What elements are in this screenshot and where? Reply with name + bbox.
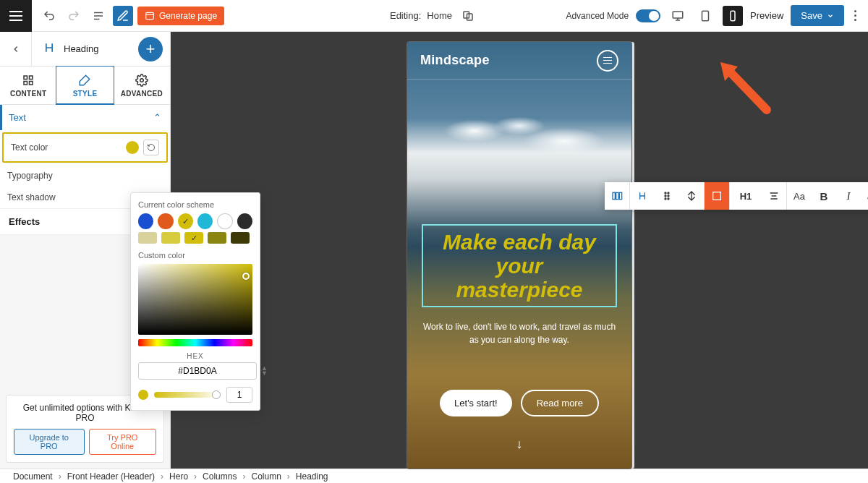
- scheme-swatch[interactable]: ✓: [178, 213, 193, 229]
- upgrade-pro-button[interactable]: Upgrade to PRO: [14, 429, 85, 455]
- text-color-label: Text color: [11, 142, 48, 153]
- page-switcher-icon[interactable]: [458, 6, 478, 26]
- reset-color-button[interactable]: [143, 140, 159, 155]
- svg-rect-20: [713, 192, 721, 200]
- tab-advanced[interactable]: ADVANCED: [114, 67, 170, 104]
- crumb[interactable]: Column: [251, 471, 281, 482]
- crumb[interactable]: Columns: [203, 471, 237, 482]
- crumb[interactable]: Front Header (Header): [67, 471, 155, 482]
- text-color-swatch[interactable]: [126, 141, 139, 154]
- undo-button[interactable]: [39, 6, 59, 26]
- tint-swatch[interactable]: [208, 232, 226, 244]
- svg-point-10: [140, 79, 144, 82]
- opacity-thumb[interactable]: [212, 390, 221, 399]
- preview-button[interactable]: Preview: [750, 10, 783, 21]
- custom-color-label: Custom color: [138, 251, 252, 260]
- text-size-button[interactable]: Aa: [787, 182, 812, 210]
- select-container-button[interactable]: [705, 182, 729, 210]
- redo-button[interactable]: [64, 6, 84, 26]
- tint-swatch[interactable]: [231, 232, 250, 244]
- svg-rect-12: [616, 192, 618, 199]
- site-brand[interactable]: Mindscape: [420, 53, 490, 68]
- heading-block-icon[interactable]: [630, 182, 655, 210]
- add-block-button[interactable]: +: [138, 37, 163, 61]
- opacity-swatch: [138, 390, 148, 400]
- generate-page-label: Generate page: [159, 11, 217, 21]
- heading-block-icon: [42, 40, 56, 57]
- svg-rect-0: [146, 12, 154, 19]
- scheme-swatch[interactable]: [158, 213, 173, 229]
- move-arrows-icon[interactable]: [679, 182, 704, 210]
- svg-rect-4: [702, 11, 709, 21]
- advanced-mode-label: Advanced Mode: [566, 11, 629, 21]
- mobile-view-button[interactable]: [723, 6, 743, 26]
- saturation-picker[interactable]: [138, 264, 252, 335]
- section-text-header[interactable]: Text ⌃: [0, 105, 170, 130]
- crumb[interactable]: Hero: [169, 471, 188, 482]
- edit-mode-button[interactable]: [113, 6, 133, 26]
- cta-secondary-button[interactable]: Read more: [521, 390, 599, 416]
- block-floating-toolbar: H1 Aa B I: [605, 182, 868, 210]
- link-button[interactable]: [861, 182, 868, 210]
- advanced-mode-toggle[interactable]: [636, 9, 660, 22]
- tint-swatch[interactable]: [138, 232, 157, 244]
- opacity-slider[interactable]: [154, 392, 221, 398]
- svg-point-16: [665, 195, 666, 197]
- svg-rect-3: [673, 12, 683, 18]
- opacity-input[interactable]: [226, 387, 252, 403]
- svg-rect-5: [731, 11, 735, 21]
- hero-subheading[interactable]: Work to live, don't live to work, and tr…: [422, 320, 617, 346]
- scheme-swatch[interactable]: [197, 213, 213, 229]
- block-name: Heading: [64, 43, 98, 54]
- editing-prefix: Editing:: [390, 10, 421, 21]
- breadcrumb: Document› Front Header (Header)› Hero› C…: [0, 469, 868, 483]
- svg-rect-8: [24, 82, 27, 85]
- save-label: Save: [801, 10, 822, 21]
- scheme-swatch[interactable]: [217, 213, 232, 229]
- editing-page-name[interactable]: Home: [427, 10, 452, 21]
- heading-level-button[interactable]: H1: [730, 182, 762, 210]
- drag-handle-icon[interactable]: [655, 182, 679, 210]
- hero-headline[interactable]: Make each day your masterpiece: [422, 224, 617, 307]
- crumb[interactable]: Document: [13, 471, 53, 482]
- tint-swatch-row: ✓: [138, 232, 252, 244]
- site-menu-button[interactable]: [597, 50, 618, 72]
- typography-row[interactable]: Typography: [0, 165, 170, 187]
- saturation-cursor[interactable]: [242, 273, 250, 280]
- hue-slider[interactable]: [138, 339, 252, 346]
- svg-rect-13: [619, 192, 621, 199]
- list-view-button[interactable]: [88, 6, 109, 26]
- hex-stepper[interactable]: ▲▼: [261, 366, 268, 376]
- parent-columns-icon[interactable]: [605, 182, 629, 210]
- generate-page-button[interactable]: Generate page: [137, 7, 224, 25]
- crumb[interactable]: Heading: [296, 471, 328, 482]
- svg-point-14: [665, 192, 666, 194]
- try-pro-button[interactable]: Try PRO Online: [89, 429, 157, 455]
- mobile-preview: Mindscape Make each day your masterpiece…: [407, 42, 631, 469]
- desktop-view-button[interactable]: [668, 6, 688, 26]
- svg-point-17: [668, 195, 669, 197]
- tint-swatch[interactable]: [161, 232, 180, 244]
- svg-rect-9: [30, 82, 33, 85]
- main-menu-button[interactable]: [0, 0, 32, 32]
- text-color-row[interactable]: Text color: [2, 132, 168, 163]
- tablet-view-button[interactable]: [695, 6, 715, 26]
- more-options-button[interactable]: [851, 7, 859, 24]
- svg-rect-11: [613, 192, 615, 199]
- tint-swatch[interactable]: ✓: [184, 232, 203, 244]
- scheme-swatch[interactable]: [138, 213, 153, 229]
- hex-input[interactable]: [138, 362, 257, 380]
- italic-button[interactable]: I: [836, 182, 861, 210]
- tab-style[interactable]: STYLE: [56, 66, 114, 105]
- back-button[interactable]: [0, 32, 32, 67]
- svg-point-19: [668, 198, 669, 200]
- save-button[interactable]: Save: [791, 5, 844, 26]
- svg-point-15: [668, 192, 669, 194]
- scroll-down-icon[interactable]: ↓: [422, 437, 617, 452]
- align-button[interactable]: [762, 182, 786, 210]
- bold-button[interactable]: B: [812, 182, 836, 210]
- cta-primary-button[interactable]: Let's start!: [440, 390, 512, 416]
- svg-rect-6: [24, 76, 27, 80]
- tab-content[interactable]: CONTENT: [0, 67, 56, 104]
- scheme-swatch[interactable]: [237, 213, 252, 229]
